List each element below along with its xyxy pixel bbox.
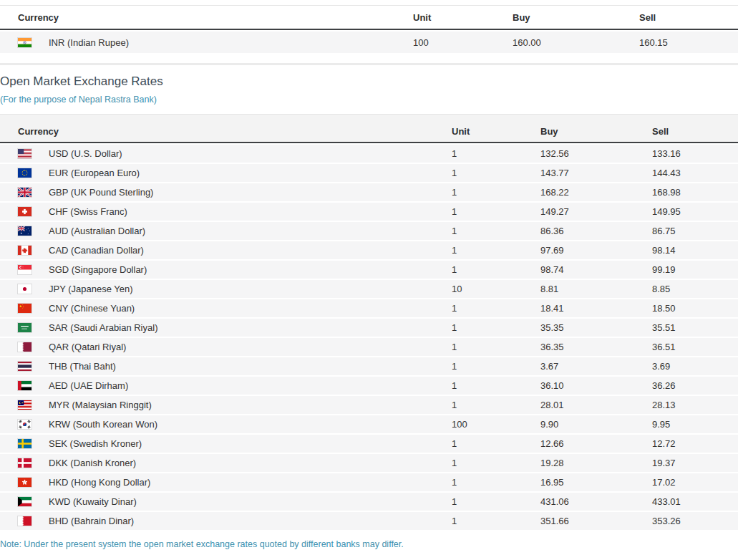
- flag-cn-icon: [18, 304, 31, 313]
- currency-name: GBP (UK Pound Sterling): [49, 187, 153, 198]
- currency-row-chf: CHF (Swiss Franc)1149.27149.95: [0, 203, 738, 221]
- currency-cell: QAR (Qatari Riyal): [0, 342, 452, 352]
- buy-value: 431.06: [540, 496, 652, 507]
- currency-row-aud: AUD (Australian Dollar)186.3686.75: [0, 222, 738, 240]
- currency-cell: BHD (Bahrain Dinar): [0, 516, 452, 526]
- flag-se-icon: [18, 439, 31, 448]
- unit-value: 100: [413, 37, 513, 48]
- unit-value: 1: [452, 303, 540, 314]
- flag-dk-icon: [18, 458, 31, 468]
- currency-name: SEK (Swedish Kroner): [49, 438, 142, 449]
- sell-value: 28.13: [652, 400, 738, 410]
- unit-value: 1: [452, 342, 540, 352]
- unit-value: 1: [452, 264, 540, 275]
- currency-row-usd: USD (U.S. Dollar)1132.56133.16: [0, 145, 738, 163]
- buy-value: 168.22: [540, 187, 652, 198]
- flag-qa-icon: [18, 342, 31, 352]
- sell-value: 433.01: [652, 496, 738, 507]
- inr-table-body: INR (Indian Rupee)100160.00160.15: [0, 32, 738, 53]
- flag-us-icon: [18, 149, 31, 158]
- flag-au-icon: [18, 226, 31, 236]
- currency-cell: KWD (Kuwaity Dinar): [0, 496, 452, 507]
- currency-cell: KRW (South Korean Won): [0, 419, 452, 430]
- flag-sa-icon: [18, 323, 31, 332]
- sell-value: 99.19: [652, 264, 738, 275]
- inr-table-header-row: Currency Unit Buy Sell: [0, 5, 738, 30]
- sell-value: 144.43: [652, 168, 738, 178]
- currency-cell: USD (U.S. Dollar): [0, 148, 452, 159]
- currency-cell: HKD (Hong Kong Dollar): [0, 477, 452, 488]
- sell-value: 12.72: [652, 438, 738, 449]
- buy-value: 16.95: [540, 477, 652, 488]
- buy-value: 351.66: [540, 516, 652, 526]
- currency-row-thb: THB (Thai Baht)13.673.69: [0, 357, 738, 375]
- buy-value: 160.00: [513, 37, 639, 48]
- currency-name: AED (UAE Dirham): [49, 380, 128, 391]
- currency-row-sek: SEK (Swedish Kroner)112.6612.72: [0, 435, 738, 453]
- flag-gb-icon: [18, 188, 31, 197]
- flag-in-icon: [18, 38, 31, 47]
- currency-name: USD (U.S. Dollar): [49, 148, 122, 159]
- column-header-sell: Sell: [639, 12, 738, 23]
- unit-value: 1: [452, 245, 540, 256]
- currency-name: CAD (Canadian Dollar): [49, 245, 144, 256]
- currency-name: THB (Thai Baht): [49, 361, 116, 372]
- currency-row-eur: EUR (European Euro)1143.77144.43: [0, 164, 738, 182]
- sell-value: 18.50: [652, 303, 738, 314]
- currency-cell: SEK (Swedish Kroner): [0, 438, 452, 449]
- flag-ch-icon: [18, 207, 31, 216]
- unit-value: 1: [452, 477, 540, 488]
- currency-cell: JPY (Japanese Yen): [0, 284, 452, 294]
- currency-name: JPY (Japanese Yen): [49, 284, 133, 294]
- currency-row-sgd: SGD (Singapore Dollar)198.7499.19: [0, 261, 738, 279]
- buy-value: 97.69: [540, 245, 652, 256]
- column-header-unit: Unit: [413, 12, 513, 23]
- unit-value: 1: [452, 458, 540, 468]
- flag-eu-icon: [18, 168, 31, 178]
- column-header-currency: Currency: [0, 12, 413, 23]
- unit-value: 1: [452, 168, 540, 178]
- currency-cell: DKK (Danish Kroner): [0, 458, 452, 468]
- column-header-unit: Unit: [452, 126, 540, 142]
- currency-row-bhd: BHD (Bahrain Dinar)1351.66353.26: [0, 512, 738, 530]
- buy-value: 86.36: [540, 226, 652, 236]
- currency-name: KWD (Kuwaity Dinar): [49, 496, 137, 507]
- unit-value: 1: [452, 516, 540, 526]
- currency-cell: AED (UAE Dirham): [0, 380, 452, 391]
- unit-value: 1: [452, 187, 540, 198]
- sell-value: 353.26: [652, 516, 738, 526]
- unit-value: 1: [452, 322, 540, 333]
- currency-row-myr: MYR (Malaysian Ringgit)128.0128.13: [0, 396, 738, 414]
- unit-value: 1: [452, 361, 540, 372]
- currency-cell: MYR (Malaysian Ringgit): [0, 400, 452, 410]
- unit-value: 1: [452, 148, 540, 159]
- currency-row-aed: AED (UAE Dirham)136.1036.26: [0, 377, 738, 395]
- inr-rate-table: Currency Unit Buy Sell INR (Indian Rupee…: [0, 5, 738, 53]
- open-market-table-header-row: Currency Unit Buy Sell: [0, 114, 738, 143]
- footnote: Note: Under the present system the open …: [0, 539, 738, 550]
- currency-cell: CHF (Swiss Franc): [0, 206, 452, 217]
- unit-value: 1: [452, 206, 540, 217]
- flag-my-icon: [18, 400, 31, 410]
- currency-row-hkd: HKD (Hong Kong Dollar)116.9517.02: [0, 473, 738, 491]
- currency-name: QAR (Qatari Riyal): [49, 342, 126, 352]
- currency-row-krw: KRW (South Korean Won)1009.909.95: [0, 415, 738, 433]
- unit-value: 10: [452, 284, 540, 294]
- flag-hk-icon: [18, 478, 31, 487]
- flag-kw-icon: [18, 497, 31, 506]
- page-subtitle: (For the purpose of Nepal Rastra Bank): [0, 94, 738, 106]
- buy-value: 149.27: [540, 206, 652, 217]
- currency-name: SGD (Singapore Dollar): [49, 264, 147, 275]
- currency-name: AUD (Australian Dollar): [49, 226, 145, 236]
- buy-value: 28.01: [540, 400, 652, 410]
- sell-value: 98.14: [652, 245, 738, 256]
- flag-th-icon: [18, 362, 31, 371]
- sell-value: 3.69: [652, 361, 738, 372]
- currency-cell: EUR (European Euro): [0, 168, 452, 178]
- currency-name: HKD (Hong Kong Dollar): [49, 477, 150, 488]
- sell-value: 35.51: [652, 322, 738, 333]
- sell-value: 17.02: [652, 477, 738, 488]
- currency-cell: CNY (Chinese Yuan): [0, 303, 452, 314]
- sell-value: 36.26: [652, 380, 738, 391]
- flag-ca-icon: [18, 246, 31, 255]
